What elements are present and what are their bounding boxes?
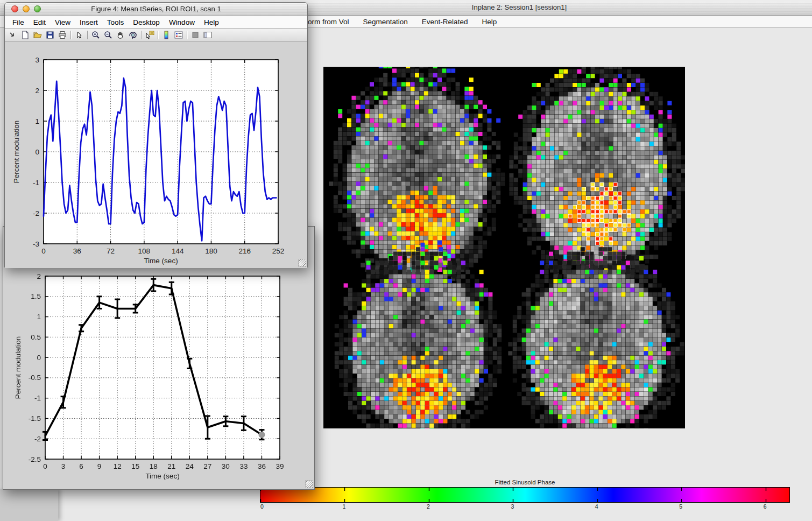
figure-menu-item-desktop[interactable]: Desktop xyxy=(133,18,160,26)
x-tick-label: 144 xyxy=(172,247,184,255)
x-tick-label: 39 xyxy=(276,462,284,470)
figure-menu-item-window[interactable]: Window xyxy=(169,18,195,26)
data-cursor-icon[interactable] xyxy=(144,30,156,40)
insert-colorbar-icon[interactable] xyxy=(160,30,172,40)
toolbar-separator xyxy=(187,31,187,39)
figure-menu-item-insert[interactable]: Insert xyxy=(80,18,98,26)
main-menu-item-help[interactable]: Help xyxy=(482,18,497,26)
x-tick-label: 216 xyxy=(238,247,251,255)
brain-slice-montage[interactable] xyxy=(323,67,685,428)
main-menu-item-event-related[interactable]: Event-Related xyxy=(422,18,468,26)
phase-colorbar-group: Fitted Sinusoid Phase 0123456 xyxy=(260,479,790,510)
figure4-title: Figure 4: Mean tSeries, ROI ROI1, scan 1 xyxy=(5,5,307,13)
desktop: Inplane 2: Session1 [session1] orm from … xyxy=(0,0,812,521)
y-tick-label: 2 xyxy=(35,87,39,95)
pan-hand-icon[interactable] xyxy=(115,30,126,40)
x-tick-label: 33 xyxy=(239,462,248,470)
x-tick-label: 3 xyxy=(61,462,66,470)
x-tick-label: 72 xyxy=(107,247,115,255)
x-tick-label: 252 xyxy=(272,247,285,255)
x-tick-label: 36 xyxy=(73,247,81,255)
insert-legend-icon[interactable] xyxy=(173,30,185,40)
y-tick-label: 1 xyxy=(35,117,39,125)
zoom-in-icon[interactable] xyxy=(90,30,102,40)
open-file-icon[interactable] xyxy=(32,30,44,40)
colorbar-tick-6: 6 xyxy=(764,503,767,510)
y-tick-label: 3 xyxy=(35,56,39,64)
background-window-fragment[interactable] xyxy=(0,489,58,521)
colorbar-tick-2: 2 xyxy=(427,503,430,510)
main-window-title: Inplane 2: Session1 [session1] xyxy=(334,3,705,11)
x-tick-label: 27 xyxy=(203,462,211,470)
x-tick-label: 108 xyxy=(138,247,151,255)
x-tick-label: 24 xyxy=(186,462,194,470)
figure-menu-item-view[interactable]: View xyxy=(55,18,70,26)
colorbar-tick-labels: 0123456 xyxy=(260,503,790,510)
x-tick-label: 180 xyxy=(205,247,217,255)
figure4-menubar: FileEditViewInsertToolsDesktopWindowHelp xyxy=(5,16,307,29)
dock-arrow-icon[interactable] xyxy=(7,30,19,40)
phase-colorbar[interactable] xyxy=(260,487,790,503)
main-menu-item-orm-from-vol[interactable]: orm from Vol xyxy=(308,18,349,26)
figure4-toolbar xyxy=(5,29,307,41)
x-tick-label: 30 xyxy=(222,462,230,470)
y-tick-label: 0 xyxy=(37,354,41,362)
y-tick-label: -2 xyxy=(34,435,41,443)
y-tick-label: 1.5 xyxy=(31,292,41,300)
colorbar-title: Fitted Sinusoid Phase xyxy=(260,479,790,485)
edit-plot-cursor-icon[interactable] xyxy=(73,30,85,40)
y-tick-label: -2 xyxy=(33,209,39,217)
rotate-3d-icon[interactable] xyxy=(127,30,139,40)
x-tick-label: 21 xyxy=(167,462,175,470)
last-frame-marker xyxy=(258,432,265,438)
colorbar-tick-3: 3 xyxy=(511,503,514,510)
figure-window-4[interactable]: Figure 4: Mean tSeries, ROI ROI1, scan 1… xyxy=(4,2,308,267)
resize-grip[interactable] xyxy=(305,480,313,488)
toolbar-separator xyxy=(87,31,88,39)
toolbar-separator xyxy=(158,31,158,39)
y-tick-label: -3 xyxy=(33,240,39,248)
save-figure-icon[interactable] xyxy=(44,30,56,40)
x-tick-label: 9 xyxy=(97,462,102,470)
x-tick-label: 36 xyxy=(258,462,266,470)
mean-tseries-plot[interactable]: 03672108144180216252-3-2-10123Time (sec)… xyxy=(5,41,306,267)
x-axis-label: Time (sec) xyxy=(145,472,179,480)
zoom-out-icon[interactable] xyxy=(102,30,114,40)
y-tick-label: 1 xyxy=(37,313,41,321)
print-icon[interactable] xyxy=(57,30,68,40)
y-axis-label: Percent modulation xyxy=(12,121,20,183)
colorbar-tick-0: 0 xyxy=(260,503,264,510)
y-tick-label: -1 xyxy=(34,394,41,402)
new-figure-icon[interactable] xyxy=(19,30,31,40)
y-tick-label: 0.5 xyxy=(31,333,41,341)
y-tick-label: -1 xyxy=(33,179,39,187)
y-tick-label: -1.5 xyxy=(29,414,41,423)
y-tick-label: -2.5 xyxy=(29,455,41,463)
colorbar-tick-4: 4 xyxy=(595,503,598,510)
x-tick-label: 12 xyxy=(114,462,122,470)
colorbar-tick-1: 1 xyxy=(343,503,346,510)
x-tick-label: 18 xyxy=(150,462,158,470)
toolbar-separator xyxy=(141,31,142,39)
y-tick-label: 0 xyxy=(35,148,39,156)
figure-menu-item-tools[interactable]: Tools xyxy=(107,18,124,26)
main-menu-item-segmentation[interactable]: Segmentation xyxy=(363,18,408,26)
x-axis-label: Time (sec) xyxy=(144,257,178,265)
resize-grip[interactable] xyxy=(298,259,306,267)
show-plot-tools-icon[interactable] xyxy=(202,30,214,40)
y-tick-label: -0.5 xyxy=(29,374,41,382)
y-axis-label: Percent modulation xyxy=(14,336,22,399)
figure4-titlebar[interactable]: Figure 4: Mean tSeries, ROI ROI1, scan 1 xyxy=(5,3,307,16)
colorbar-tick-5: 5 xyxy=(679,503,682,510)
x-tick-label: 15 xyxy=(131,462,139,470)
y-tick-label: 2 xyxy=(37,272,41,280)
x-tick-label: 0 xyxy=(43,462,47,470)
x-tick-label: 0 xyxy=(41,247,46,255)
figure4-canvas-area: 03672108144180216252-3-2-10123Time (sec)… xyxy=(5,41,307,268)
x-tick-label: 6 xyxy=(79,462,83,470)
hide-plot-tools-icon[interactable] xyxy=(189,30,201,40)
figure-menu-item-file[interactable]: File xyxy=(12,18,24,26)
figure-menu-item-edit[interactable]: Edit xyxy=(33,18,46,26)
toolbar-separator xyxy=(70,31,71,39)
figure-menu-item-help[interactable]: Help xyxy=(204,18,219,26)
